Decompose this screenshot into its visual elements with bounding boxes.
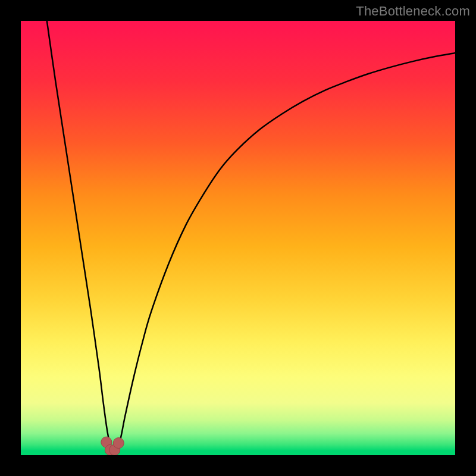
bottleneck-curve-svg	[21, 21, 455, 455]
plot-area	[21, 21, 455, 455]
bottleneck-curve	[47, 21, 455, 453]
curve-marker	[113, 438, 124, 449]
chart-frame: TheBottleneck.com	[0, 0, 476, 476]
watermark-label: TheBottleneck.com	[356, 4, 470, 19]
